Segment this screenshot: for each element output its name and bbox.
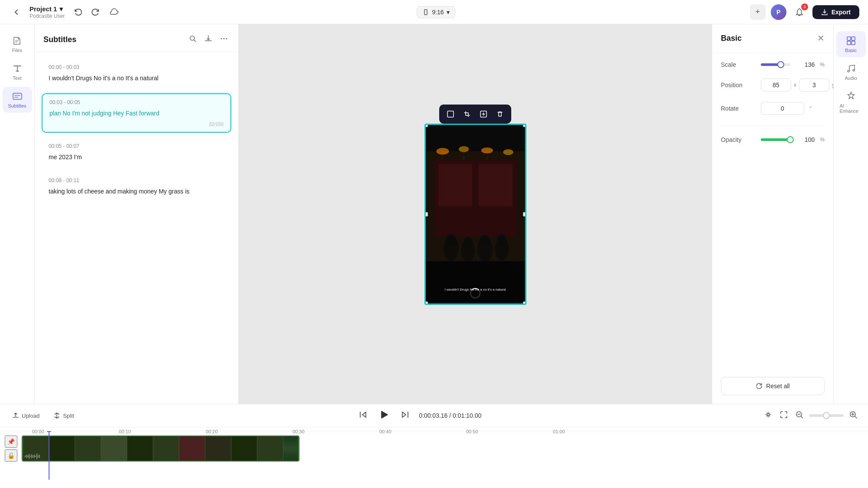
more-icon (220, 35, 228, 43)
tab-ai-enhance[interactable]: AI Enhance (836, 87, 866, 118)
svg-point-8 (224, 38, 225, 39)
ai-enhance-icon (846, 91, 856, 102)
clip-inner (22, 436, 299, 462)
rewind-icon (358, 410, 368, 419)
upload-button[interactable]: Upload (9, 410, 43, 421)
svg-point-40 (767, 413, 769, 416)
video-track (22, 436, 299, 462)
subtitle-item-3[interactable]: 00:05 - 00:07 me 2023 I'm (42, 138, 231, 167)
play-button[interactable] (376, 408, 392, 423)
subtitles-download-button[interactable] (203, 33, 214, 46)
subtitle-item-4[interactable]: 00:08 - 00:11 taking lots of cheese and … (42, 172, 231, 201)
subtitle-item-2[interactable]: 00:03 - 00:05 plan No I'm not judging He… (42, 93, 231, 133)
scale-slider[interactable] (761, 63, 790, 66)
subtitles-more-button[interactable] (218, 33, 230, 46)
cloud-button[interactable] (106, 4, 122, 20)
subtitles-content: 00:00 - 00:03 I wouldn't Drugs No it's a… (35, 52, 238, 404)
properties-close-button[interactable]: ✕ (817, 33, 825, 43)
svg-rect-3 (13, 93, 22, 99)
video-tool-delete[interactable] (493, 107, 507, 121)
subtitles-title: Subtitles (43, 35, 76, 44)
add-button[interactable]: + (750, 4, 766, 20)
aspect-dropdown-icon: ▾ (447, 9, 450, 16)
sidebar-icons: Files Text Subtitles (0, 24, 35, 404)
track-lock-button[interactable]: 🔒 (5, 449, 17, 462)
tab-ai-enhance-label: AI Enhance (840, 103, 862, 114)
zoom-slider-thumb[interactable] (823, 412, 830, 419)
subtitle-item-1[interactable]: 00:00 - 00:03 I wouldn't Drugs No it's a… (42, 59, 231, 88)
opacity-slider[interactable] (761, 138, 790, 141)
settings-icon (764, 410, 773, 419)
sidebar-item-files-label: Files (12, 48, 22, 53)
zoom-in-button[interactable] (847, 409, 859, 423)
handle-bottom-left[interactable] (424, 301, 428, 305)
svg-rect-36 (847, 41, 851, 45)
loading-spinner (470, 288, 480, 298)
zoom-out-button[interactable] (793, 409, 806, 423)
sidebar-item-subtitles[interactable]: Subtitles (3, 87, 32, 113)
aspect-ratio-selector[interactable]: 9:16 ▾ (417, 6, 455, 18)
position-y-input[interactable] (799, 79, 829, 92)
handle-top-right[interactable] (523, 124, 526, 127)
subtitle-text-1: I wouldn't Drugs No it's a no It's a nat… (49, 74, 224, 83)
video-tool-crop[interactable] (460, 107, 474, 121)
opacity-value: 100 (796, 136, 815, 143)
opacity-row: Opacity 100 % (721, 136, 825, 143)
notifications-button[interactable]: 3 (792, 4, 807, 20)
opacity-slider-thumb[interactable] (787, 136, 794, 143)
back-button[interactable] (9, 4, 24, 20)
playhead[interactable] (49, 431, 49, 480)
text-icon (12, 63, 23, 74)
current-time: 0:00:03.16 / 0:01:10.00 (419, 412, 481, 419)
subtitle-count-2: 32/150 (49, 121, 224, 127)
track-pin-button[interactable]: 📌 (5, 436, 17, 448)
properties-header: Basic ✕ (712, 24, 833, 52)
subtitle-time-2: 00:03 - 00:05 (49, 99, 224, 105)
video-tool-add[interactable] (477, 107, 490, 121)
handle-middle-left[interactable] (424, 212, 428, 216)
position-label: Position (721, 82, 756, 88)
play-icon (378, 409, 390, 421)
timeline-settings-button[interactable] (762, 409, 774, 423)
divider (721, 125, 825, 126)
scale-value: 136 (796, 61, 815, 68)
rewind-button[interactable] (358, 410, 368, 421)
tab-basic[interactable]: Basic (836, 31, 866, 57)
split-button[interactable]: Split (50, 410, 77, 421)
tab-audio[interactable]: Audio (836, 59, 866, 85)
undo-button[interactable] (70, 4, 85, 20)
subtitle-text-3: me 2023 I'm (49, 153, 224, 162)
handle-top-left[interactable] (424, 124, 428, 127)
handle-bottom-right[interactable] (523, 301, 526, 305)
download-icon (204, 35, 212, 43)
video-tool-select[interactable] (444, 107, 457, 121)
sidebar-item-subtitles-label: Subtitles (8, 103, 26, 108)
export-button[interactable]: Export (812, 5, 859, 19)
track-clip[interactable] (22, 436, 299, 462)
subtitles-search-button[interactable] (187, 33, 198, 46)
redo-button[interactable] (88, 4, 104, 20)
position-x-input[interactable] (761, 79, 791, 92)
opacity-slider-fill (761, 138, 790, 141)
handle-middle-right[interactable] (523, 212, 526, 216)
tab-audio-label: Audio (845, 75, 857, 81)
svg-point-9 (226, 38, 227, 39)
properties-title: Basic (721, 34, 742, 43)
timeline-fit-button[interactable] (778, 409, 790, 423)
project-name[interactable]: Project 1 ▾ (30, 5, 65, 13)
waveform (23, 452, 298, 461)
reset-all-button[interactable]: Reset all (721, 377, 825, 395)
sidebar-item-text[interactable]: Text (3, 59, 32, 85)
position-inputs: x y (761, 79, 835, 92)
upload-icon (12, 412, 19, 419)
rotate-input[interactable] (761, 102, 804, 115)
forward-button[interactable] (401, 410, 410, 421)
svg-rect-0 (424, 10, 427, 15)
scale-slider-thumb[interactable] (777, 61, 784, 68)
sidebar-item-files[interactable]: Files (3, 31, 32, 57)
zoom-slider[interactable] (809, 414, 844, 417)
project-dropdown-icon: ▾ (59, 5, 63, 13)
sidebar-item-text-label: Text (13, 75, 21, 81)
timeline-tracks: 00:00 00:10 00:20 00:30 00:40 00:50 01:0… (0, 427, 868, 488)
user-avatar[interactable]: P (771, 4, 786, 20)
